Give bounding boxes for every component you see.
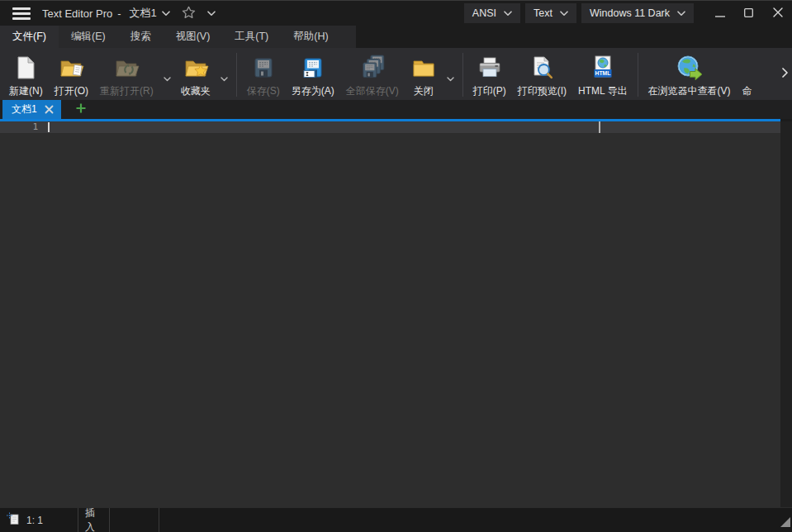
toolbar-print-preview-button[interactable]: 打印预览(I) [512,50,572,98]
insert-mode-label: 插入 [85,506,102,532]
toolbar: 新建(N) 打开(O) [0,48,792,100]
toolbar-new-button[interactable]: 新建(N) [3,50,49,98]
document-tab[interactable]: 文档1 [2,100,61,119]
text-caret [48,122,50,132]
theme-selector-label: Windows 11 Dark [590,7,670,19]
chevron-down-icon [207,11,216,17]
new-tab-plus-icon [75,102,87,116]
titlebar-right: ANSI Text Windows 11 Dark [459,2,792,26]
menubar: 文件(F) 编辑(E) 搜索 视图(V) 工具(T) 帮助(H) [0,26,792,48]
toolbar-clipped-button[interactable]: 命 [737,50,758,98]
hamburger-menu-button[interactable] [12,7,31,20]
maximize-icon [744,7,753,20]
chevron-down-icon [677,11,685,17]
chevron-down-icon [447,72,454,84]
right-margin-line [599,121,600,133]
theme-selector[interactable]: Windows 11 Dark [581,3,694,23]
minimize-icon [715,7,725,20]
toolbar-save-button[interactable]: 保存(S) [241,50,286,98]
toolbar-save-all-button[interactable]: 全部保存(V) [340,50,405,98]
toolbar-reopen-button[interactable]: 重新打开(R) [94,50,159,98]
hamburger-menu-icon [12,7,31,10]
menu-tab-edit[interactable]: 编辑(E) [59,26,118,48]
toolbar-separator [462,53,463,97]
line-number: 1 [0,121,38,133]
filetype-selector[interactable]: Text [525,3,576,23]
close-icon [773,7,783,20]
resize-grip-icon[interactable] [780,517,790,530]
encoding-selector[interactable]: ANSI [464,3,520,23]
title-group: Text Editor Pro - 文档1 [42,4,219,23]
toolbar-html-export-button[interactable]: HTML HTML 导出 [572,50,633,98]
toolbar-favorites-dropdown[interactable] [216,72,232,84]
caret-position-section: 1: 1 [0,508,78,532]
new-document-icon [12,53,39,83]
toolbar-reopen-dropdown[interactable] [159,72,175,84]
filetype-selector-label: Text [534,7,553,19]
vertical-scrollbar[interactable] [780,121,792,507]
chevron-down-icon [164,72,171,84]
caret-position-value: 1: 1 [26,515,43,526]
toolbar-open-button[interactable]: 打开(O) [49,50,94,98]
print-preview-icon [529,53,555,83]
toolbar-separator [236,53,237,97]
document-tab-label: 文档1 [12,102,37,116]
chevron-down-icon [560,11,568,17]
tab-close-icon[interactable] [45,105,54,114]
document-tabstrip: 文档1 [0,100,792,119]
browser-globe-icon [676,53,704,83]
printer-icon [477,53,503,83]
favorites-dropdown-button[interactable] [204,9,219,18]
close-folder-icon [410,53,437,83]
statusbar-fill [159,508,792,532]
insert-mode-section[interactable]: 插入 [78,508,110,532]
html-export-icon: HTML [590,53,616,83]
menu-strip: 文件(F) 编辑(E) 搜索 视图(V) 工具(T) 帮助(H) [0,26,356,48]
toolbar-save-as-button[interactable]: 另存为(A) [286,50,340,98]
star-icon [182,6,196,21]
toolbar-print-button[interactable]: 打印(P) [467,50,512,98]
document-selector[interactable]: 文档1 [126,4,173,22]
toolbar-favorites-button[interactable]: 收藏夹 [175,50,216,98]
app-title: Text Editor Pro [42,7,112,20]
favorite-star-button[interactable] [178,4,199,23]
encoding-selector-label: ANSI [472,7,496,19]
chevron-down-icon [221,72,228,84]
chevron-down-icon [162,11,170,17]
document-selector-label: 文档1 [130,6,157,21]
titlebar: Text Editor Pro - 文档1 ANSI [0,1,792,26]
menu-tab-view[interactable]: 视图(V) [164,26,223,48]
new-tab-button[interactable] [75,100,87,119]
toolbar-overflow-button[interactable] [782,68,788,80]
chevron-down-icon [504,11,512,17]
editor-area[interactable]: 1 [0,121,792,507]
menu-tab-help[interactable]: 帮助(H) [281,26,340,48]
save-all-floppy-icon [359,53,386,83]
caret-position-icon [7,512,20,528]
toolbar-separator [638,53,638,97]
toolbar-favorites-split: 收藏夹 [175,50,232,98]
save-floppy-icon [250,53,277,83]
window-buttons [705,2,792,26]
current-line-highlight: 1 [0,121,780,133]
toolbar-close-dropdown[interactable] [443,72,458,84]
menu-tab-file[interactable]: 文件(F) [0,26,59,48]
svg-text:HTML: HTML [595,70,610,76]
statusbar: 1: 1 插入 [0,507,792,532]
app-window: Text Editor Pro - 文档1 ANSI [0,0,792,532]
reopen-folder-icon [113,53,140,83]
title-separator: - [117,7,121,20]
statusbar-empty-section [110,508,159,532]
minimize-button[interactable] [705,2,734,26]
maximize-button[interactable] [734,2,763,26]
close-button[interactable] [763,2,792,26]
save-as-floppy-icon [300,53,326,83]
favorites-folder-icon [183,53,209,83]
menu-tab-search[interactable]: 搜索 [118,26,164,48]
toolbar-close-button[interactable]: 关闭 [405,50,443,98]
toolbar-view-in-browser-button[interactable]: 在浏览器中查看(V) [643,50,737,98]
menu-tab-tools[interactable]: 工具(T) [222,26,281,48]
chevron-right-icon [782,68,788,80]
open-folder-icon [58,53,84,83]
toolbar-close-split: 关闭 [405,50,458,98]
